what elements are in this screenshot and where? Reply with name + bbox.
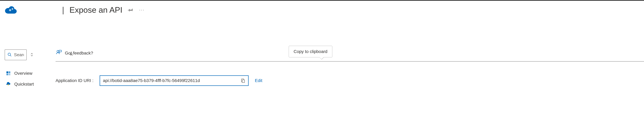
search-input[interactable] xyxy=(14,52,24,57)
title-separator: | xyxy=(62,5,64,14)
application-id-uri-row: Application ID URI : api://botid-aaa8ae7… xyxy=(56,75,644,86)
svg-rect-10 xyxy=(242,80,244,83)
feedback-link[interactable]: Got feedback? xyxy=(65,51,93,56)
search-row xyxy=(5,49,34,60)
sidebar-item-quickstart[interactable]: Quickstart xyxy=(5,79,34,90)
sidebar-item-label: Quickstart xyxy=(14,82,34,87)
copy-tooltip: Copy to clipboard xyxy=(289,46,332,58)
search-icon xyxy=(8,53,12,57)
sidebar-item-overview[interactable]: Overview xyxy=(5,68,34,79)
svg-rect-9 xyxy=(59,50,62,52)
quickstart-icon xyxy=(6,81,11,87)
application-id-uri-value: api://botid-aaa8ae75-b379-4fff-b7fc-5649… xyxy=(103,78,239,83)
sidebar-item-label: Overview xyxy=(14,71,32,76)
copy-icon xyxy=(241,78,245,83)
sidebar: Overview Quickstart xyxy=(0,49,37,90)
svg-rect-4 xyxy=(6,71,8,73)
svg-point-2 xyxy=(8,53,10,56)
main-pane: Got feedback? Application ID URI : api:/… xyxy=(37,49,644,90)
svg-point-1 xyxy=(12,8,13,9)
svg-line-3 xyxy=(10,55,11,56)
pin-button[interactable] xyxy=(127,6,134,13)
chevron-updown-icon xyxy=(30,53,34,57)
command-bar: Got feedback? xyxy=(56,49,644,62)
overview-icon xyxy=(6,70,11,76)
edit-link[interactable]: Edit xyxy=(255,78,262,83)
tooltip-text: Copy to clipboard xyxy=(294,49,328,54)
svg-rect-6 xyxy=(6,73,8,75)
application-id-uri-label: Application ID URI : xyxy=(56,78,94,83)
svg-rect-5 xyxy=(8,71,10,73)
brand xyxy=(0,5,62,15)
svg-point-0 xyxy=(10,9,11,11)
copy-button[interactable] xyxy=(241,78,245,83)
page-title: Expose an API xyxy=(70,5,122,14)
expand-collapse-button[interactable] xyxy=(30,53,34,57)
svg-point-8 xyxy=(57,50,59,52)
header: | Expose an API ··· xyxy=(0,0,644,19)
more-button[interactable]: ··· xyxy=(138,6,146,13)
cloud-gears-icon xyxy=(5,5,17,15)
svg-rect-7 xyxy=(8,73,10,75)
feedback-icon xyxy=(56,49,62,57)
search-box[interactable] xyxy=(5,49,27,60)
pin-icon xyxy=(128,7,133,12)
title-area: | Expose an API ··· xyxy=(62,5,146,14)
application-id-uri-field[interactable]: api://botid-aaa8ae75-b379-4fff-b7fc-5649… xyxy=(100,75,248,86)
